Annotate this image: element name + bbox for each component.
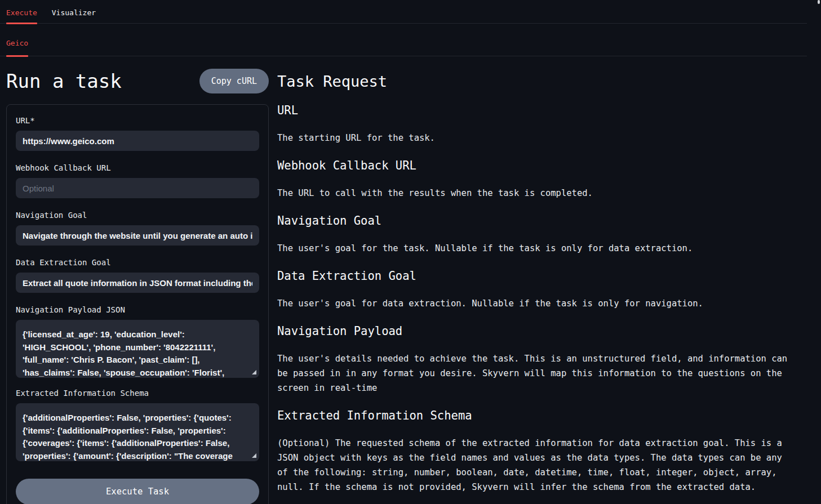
primary-tabbar: Execute Visualizer — [0, 0, 807, 24]
task-request-title: Task Request — [277, 73, 804, 90]
doc-section-navigation-goal: Navigation Goal The user's goal for the … — [277, 213, 804, 256]
data-extraction-goal-input[interactable] — [16, 273, 259, 293]
task-request-docs-panel: Task Request URL The starting URL for th… — [277, 56, 807, 494]
task-tabbar: Geico — [0, 24, 807, 56]
url-input[interactable] — [16, 131, 259, 151]
doc-heading: Navigation Payload — [277, 324, 804, 338]
tab-geico[interactable]: Geico — [6, 38, 28, 56]
navigation-payload-textarea[interactable]: {'licensed_at_age': 19, 'education_level… — [16, 320, 259, 378]
doc-body: The URL to call with the results when th… — [277, 186, 795, 200]
doc-section-extracted-schema: Extracted Information Schema (Optional) … — [277, 408, 804, 494]
page: Execute Visualizer Geico Run a task Copy… — [0, 0, 807, 504]
doc-body: The user's details needed to achieve the… — [277, 351, 795, 395]
webhook-label: Webhook Callback URL — [16, 163, 259, 173]
navigation-payload-wrap: {'licensed_at_age': 19, 'education_level… — [16, 320, 259, 378]
doc-body: The user's goal for data extraction. Nul… — [277, 296, 795, 311]
doc-section-url: URL The starting URL for the task. — [277, 103, 804, 145]
tab-execute[interactable]: Execute — [6, 8, 37, 23]
doc-heading: Navigation Goal — [277, 213, 804, 228]
resize-handle-icon[interactable] — [252, 453, 256, 458]
doc-section-webhook: Webhook Callback URL The URL to call wit… — [277, 158, 804, 200]
doc-section-navigation-payload: Navigation Payload The user's details ne… — [277, 324, 804, 395]
navigation-payload-label: Navigation Payload JSON — [16, 305, 259, 315]
resize-handle-icon[interactable] — [252, 370, 256, 374]
navigation-goal-label: Navigation Goal — [16, 211, 259, 220]
extracted-schema-textarea[interactable]: {'additionalProperties': False, 'propert… — [16, 403, 259, 461]
doc-section-data-extraction-goal: Data Extraction Goal The user's goal for… — [277, 269, 804, 311]
doc-body: The starting URL for the task. — [277, 131, 795, 145]
task-form-card: URL* Webhook Callback URL Navigation Goa… — [6, 104, 269, 504]
data-extraction-goal-label: Data Extraction Goal — [16, 258, 259, 267]
scrollbar-thumb[interactable] — [818, 0, 820, 4]
url-label: URL* — [16, 116, 259, 126]
task-form-panel: Run a task Copy cURL URL* Webhook Callba… — [6, 56, 269, 504]
page-title: Run a task — [6, 70, 122, 92]
execute-task-button[interactable]: Execute Task — [16, 479, 259, 504]
main-content: Run a task Copy cURL URL* Webhook Callba… — [0, 56, 807, 504]
tab-visualizer[interactable]: Visualizer — [52, 8, 96, 23]
doc-body: The user's goal for the task. Nullable i… — [277, 241, 795, 256]
form-header: Run a task Copy cURL — [6, 69, 269, 93]
doc-heading: Extracted Information Schema — [277, 408, 804, 423]
webhook-input[interactable] — [16, 178, 259, 198]
doc-body: (Optional) The requested schema of the e… — [277, 436, 795, 494]
doc-heading: Webhook Callback URL — [277, 158, 804, 173]
copy-curl-button[interactable]: Copy cURL — [199, 69, 269, 93]
doc-heading: URL — [277, 103, 804, 118]
navigation-goal-input[interactable] — [16, 225, 259, 246]
doc-heading: Data Extraction Goal — [277, 269, 804, 283]
extracted-schema-wrap: {'additionalProperties': False, 'propert… — [16, 403, 259, 461]
extracted-schema-label: Extracted Information Schema — [16, 389, 259, 398]
